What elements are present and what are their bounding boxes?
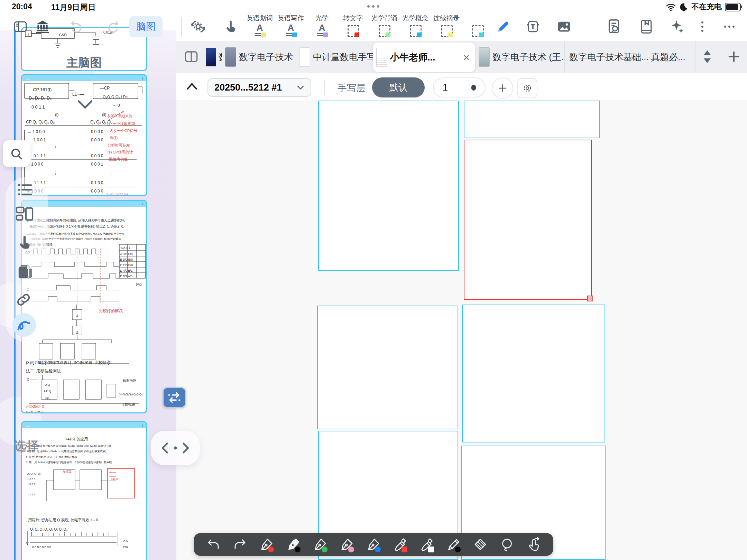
split-view-icon[interactable] bbox=[184, 50, 199, 64]
layer-default-button[interactable]: 默认 bbox=[372, 77, 425, 97]
handwritten-note: 用JK则J=D bbox=[26, 405, 44, 409]
highlighter-red-button[interactable] bbox=[392, 536, 408, 553]
collapse-toolbar-icon[interactable] bbox=[185, 81, 199, 91]
pencil-black-button[interactable] bbox=[445, 536, 461, 553]
tool-color-indicator bbox=[428, 547, 434, 552]
handwritten-note: F bbox=[74, 307, 77, 311]
tab-thumbnail bbox=[299, 47, 310, 67]
drawn-frame-cyan[interactable] bbox=[462, 305, 605, 442]
fountain-pen-green-button[interactable] bbox=[312, 536, 328, 553]
select-mode-label[interactable]: 选择 bbox=[14, 438, 39, 455]
document-tab[interactable]: 数字电子技术 (王... bbox=[475, 41, 565, 73]
lasso-button[interactable] bbox=[499, 536, 515, 553]
fountain-pen-black-active-button[interactable] bbox=[285, 536, 301, 553]
add-layer-button[interactable] bbox=[492, 77, 513, 99]
document-tab[interactable]: 真题必... bbox=[646, 41, 695, 73]
outline-list-icon[interactable] bbox=[17, 183, 33, 197]
ai-sparkle-icon[interactable] bbox=[669, 19, 685, 35]
nav-forward-icon[interactable] bbox=[181, 441, 191, 455]
snip-rect-icon bbox=[409, 24, 422, 37]
nav-back-icon[interactable] bbox=[159, 441, 170, 455]
notebook-selector[interactable]: 20250...5212 #1 bbox=[208, 78, 311, 97]
capture-tool-光学概念[interactable]: 光学概念 bbox=[400, 12, 431, 41]
collapse-node-chevron-icon[interactable] bbox=[77, 100, 93, 109]
handwritten-note: 检测电路 bbox=[123, 379, 136, 383]
document-tab[interactable]: 中计量数电手写 bbox=[296, 41, 373, 73]
frame-resize-handle[interactable] bbox=[587, 296, 593, 301]
card-header[interactable]: ⋯› bbox=[22, 422, 146, 428]
copy-pages-icon[interactable] bbox=[17, 263, 34, 281]
capture-tool-snip[interactable] bbox=[462, 12, 493, 41]
fountain-pen-blue-button[interactable] bbox=[366, 536, 381, 553]
bookmark-book-icon[interactable] bbox=[638, 19, 654, 35]
close-tab-icon[interactable]: × bbox=[463, 52, 470, 63]
card-header[interactable]: ⋯› bbox=[22, 75, 146, 81]
fountain-pen-pink-button[interactable] bbox=[339, 536, 355, 553]
tab-sort-icon[interactable] bbox=[701, 49, 713, 64]
search-button[interactable] bbox=[3, 140, 30, 167]
capture-tool-光学背诵[interactable]: 光学背诵 bbox=[369, 12, 400, 41]
layout-windows-icon[interactable] bbox=[15, 205, 34, 223]
sidebar-resize-handle[interactable] bbox=[163, 387, 186, 408]
handwritten-note: 注: 一个计数周期 bbox=[107, 122, 135, 126]
document-tab[interactable]: 数字电子技术 bbox=[222, 41, 296, 73]
link-icon[interactable] bbox=[15, 291, 32, 308]
document-tab[interactable]: 数字电子技术基础... bbox=[564, 41, 651, 73]
image-tool-icon[interactable] bbox=[556, 19, 572, 35]
add-tab-button[interactable] bbox=[727, 50, 741, 64]
library-icon[interactable] bbox=[35, 19, 50, 35]
pointer-hand-icon[interactable] bbox=[223, 19, 239, 35]
mindmap-button[interactable]: 脑图 bbox=[129, 16, 163, 37]
drawn-frame-red[interactable] bbox=[464, 140, 592, 300]
capture-tool-转文字[interactable]: 转文字 bbox=[338, 12, 369, 41]
gesture-pan-button[interactable] bbox=[526, 536, 542, 553]
fountain-pen-red-button[interactable] bbox=[259, 536, 275, 553]
page-indicator[interactable]: 1 bbox=[433, 77, 486, 97]
more-horizontal-icon[interactable] bbox=[721, 19, 737, 35]
handwritten-note: 0 0 0 0 0 0 0 0 bbox=[32, 546, 51, 549]
capture-tool-连续摘录[interactable]: 连续摘录 bbox=[431, 12, 462, 41]
pen-tool-active-icon[interactable] bbox=[495, 19, 511, 35]
drawn-frame-cyan[interactable] bbox=[318, 101, 459, 271]
layer-settings-gear-icon[interactable] bbox=[517, 78, 537, 98]
date: 11月9日周日 bbox=[51, 2, 96, 13]
pen-toolbar bbox=[194, 533, 553, 556]
page-nav-pill bbox=[151, 431, 200, 465]
handwritten-note: 分析时可从发 bbox=[108, 143, 130, 148]
handwritten-note: 0 0 0 0 bbox=[91, 138, 103, 142]
redo-icon[interactable] bbox=[105, 19, 121, 35]
handwritten-note: 给(Ⅱ) bbox=[110, 136, 118, 140]
scribble-pen-mode-icon[interactable] bbox=[12, 313, 36, 337]
drawn-frame-cyan[interactable] bbox=[464, 101, 600, 138]
multitask-indicator[interactable] bbox=[367, 5, 379, 8]
mindmap-node-title: 主脑图 bbox=[22, 55, 146, 71]
handwritten-note: CP Q̄ bbox=[44, 390, 51, 393]
drawn-frame-cyan[interactable] bbox=[317, 306, 458, 429]
undo-icon[interactable] bbox=[68, 19, 84, 35]
undo-button[interactable] bbox=[205, 536, 221, 553]
hand-select-icon[interactable] bbox=[17, 234, 33, 252]
sync-settings-icon[interactable] bbox=[190, 19, 206, 35]
capture-tool-英语划词[interactable]: 英语划词A bbox=[244, 12, 275, 41]
handwritten-note: 0 0 1 1 bbox=[31, 105, 45, 110]
text-box-tool-icon[interactable] bbox=[525, 19, 541, 35]
snip-rect-icon bbox=[378, 24, 390, 37]
tool-color-indicator bbox=[322, 547, 328, 552]
handwritten-note: 用两片, 想办法用 Q̄ 实现, 使电平有效 1→0. bbox=[28, 518, 99, 522]
handwritten-note: 1 0 0 0 bbox=[27, 478, 35, 481]
handwritten-note: 0 1 0 0 bbox=[91, 181, 103, 185]
mindmap-node-card[interactable]: ⋯› 74161 的应用1. 用74LS161 和 74LS85 设计电路: N… bbox=[21, 421, 147, 560]
document-search-icon[interactable] bbox=[606, 19, 622, 35]
document-tab-active[interactable]: 小牛老师...× bbox=[373, 43, 475, 72]
capture-tool-英语写作[interactable]: 英语写作A bbox=[275, 12, 306, 41]
more-vertical-icon[interactable] bbox=[694, 19, 710, 35]
redo-button[interactable] bbox=[232, 536, 248, 553]
handwritten-note: (Ⅰ) bbox=[55, 113, 58, 117]
snip-rect-icon bbox=[440, 24, 453, 37]
capture-tool-光学[interactable]: 光学A bbox=[306, 12, 338, 41]
sidebar-toggle-icon[interactable] bbox=[12, 19, 28, 35]
highlighter-white-button[interactable] bbox=[419, 536, 435, 553]
eraser-button[interactable] bbox=[472, 536, 488, 553]
mindmap-node-card[interactable]: ⋯› — CP 161(Ⅰ)L̄D∘——CPD₃ D₂ D₁ D₀Q₃Q₂Q₁Q… bbox=[21, 74, 147, 196]
document-tab[interactable]: 数 bbox=[202, 41, 222, 73]
